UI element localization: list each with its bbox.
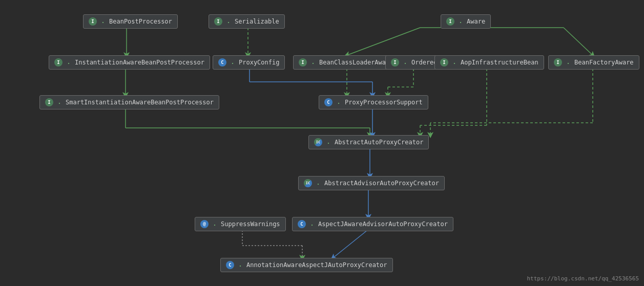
node-serializable: I ⬩ Serializable (209, 14, 285, 29)
type-icon-ordered: ⬩ (402, 59, 409, 66)
type-icon-ibpp: ⬩ (65, 59, 72, 66)
type-icon-aadpc: ⬩ (315, 180, 322, 187)
label-anaapc: AnnotationAwareAspectJAutoProxyCreator (246, 261, 387, 269)
icon-proxyconfig: C (218, 58, 226, 67)
label-aapc: AbstractAutoProxyCreator (335, 139, 423, 146)
icon-suppress: @ (200, 220, 209, 228)
type-icon-ajaapc: ⬩ (308, 221, 316, 228)
node-ibpp: I ⬩ InstantiationAwareBeanPostProcessor (49, 55, 210, 70)
icon-anaapc: C (226, 261, 234, 269)
node-bpp: I ⬩ BeanPostProcessor (83, 14, 178, 29)
node-proxyconfig: C ⬩ ProxyConfig (213, 55, 285, 70)
icon-aopinfra: I (440, 58, 448, 67)
label-aadpc: AbstractAdvisorAutoProxyCreator (324, 180, 439, 187)
icon-ajaapc: C (298, 220, 306, 228)
type-icon-suppress: ⬩ (211, 221, 218, 228)
label-pps: ProxyProcessorSupport (345, 99, 423, 106)
svg-line-22 (564, 28, 593, 55)
label-bfaware: BeanFactoryAware (574, 59, 634, 66)
node-suppress: @ ⬩ SuppressWarnings (195, 217, 286, 231)
node-aadpc: IC ⬩ AbstractAdvisorAutoProxyCreator (298, 176, 445, 190)
node-aware: I ⬩ Aware (441, 14, 491, 29)
svg-line-32 (333, 230, 367, 258)
label-bclaware: BeanClassLoaderAware (319, 59, 393, 66)
label-ordered: Ordered (411, 59, 438, 66)
label-ajaapc: AspectJAwareAdvisorAutoProxyCreator (318, 221, 448, 228)
label-suppress: SuppressWarnings (221, 221, 280, 228)
type-icon-bpp: ⬩ (99, 18, 107, 25)
type-icon-aware: ⬩ (457, 18, 464, 25)
label-bpp: BeanPostProcessor (109, 18, 172, 25)
type-icon-bfaware: ⬩ (565, 59, 572, 66)
icon-ordered: I (391, 58, 399, 67)
icon-sibpp: I (45, 98, 53, 106)
type-icon-anaapc: ⬩ (237, 261, 244, 269)
icon-bfaware: I (554, 58, 562, 67)
diagram-container: I ⬩ BeanPostProcessor I ⬩ Serializable I… (0, 0, 644, 286)
icon-bclaware: I (299, 58, 307, 67)
label-proxyconfig: ProxyConfig (239, 59, 279, 66)
icon-ibpp: I (54, 58, 63, 67)
icon-aapc: IC (314, 138, 322, 146)
label-serializable: Serializable (235, 18, 279, 25)
icon-serializable: I (214, 17, 222, 26)
label-aopinfra: AopInfrastructureBean (461, 59, 538, 66)
type-icon-aapc: ⬩ (325, 139, 332, 146)
watermark: https://blog.csdn.net/qq_42536565 (527, 275, 639, 282)
node-bclaware: I ⬩ BeanClassLoaderAware (293, 55, 399, 70)
node-sibpp: I ⬩ SmartInstantiationAwareBeanPostProce… (39, 95, 219, 109)
icon-aware: I (446, 17, 454, 26)
type-icon-aopinfra: ⬩ (451, 59, 458, 66)
label-sibpp: SmartInstantiationAwareBeanPostProcessor (66, 99, 214, 106)
node-bfaware: I ⬩ BeanFactoryAware (548, 55, 639, 70)
node-aapc: IC ⬩ AbstractAutoProxyCreator (308, 135, 429, 149)
type-icon-bclaware: ⬩ (309, 59, 317, 66)
type-icon-pps: ⬩ (335, 99, 342, 106)
node-aopinfra: I ⬩ AopInfrastructureBean (434, 55, 544, 70)
label-aware: Aware (467, 18, 485, 25)
type-icon-sibpp: ⬩ (56, 99, 63, 106)
type-icon-serializable: ⬩ (225, 18, 232, 25)
type-icon-proxyconfig: ⬩ (229, 59, 236, 66)
icon-pps: C (324, 98, 333, 106)
node-pps: C ⬩ ProxyProcessorSupport (319, 95, 428, 109)
label-ibpp: InstantiationAwareBeanPostProcessor (75, 59, 204, 66)
icon-bpp: I (89, 17, 97, 26)
node-anaapc: C ⬩ AnnotationAwareAspectJAutoProxyCreat… (220, 258, 393, 272)
icon-aadpc: IC (304, 179, 312, 187)
svg-line-20 (347, 28, 420, 55)
node-ajaapc: C ⬩ AspectJAwareAdvisorAutoProxyCreator (292, 217, 453, 231)
